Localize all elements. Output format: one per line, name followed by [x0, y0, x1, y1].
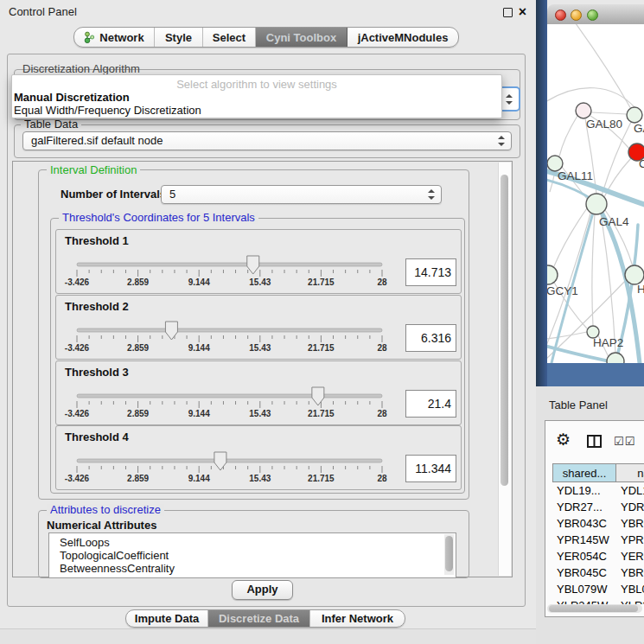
threshold-value-box[interactable]: 14.713	[405, 258, 456, 286]
table-row[interactable]: YDR27...YDR2	[552, 499, 644, 515]
cell-name[interactable]: YBR0	[616, 515, 644, 532]
tab-network[interactable]: Network	[74, 28, 155, 47]
cell-name[interactable]: YPR1	[616, 532, 644, 548]
network-window-titlebar[interactable]	[547, 4, 644, 25]
close-icon[interactable]: ×	[519, 7, 526, 17]
table-horizontal-scrollbar[interactable]	[547, 604, 642, 613]
table-row[interactable]: YBR045CYBR0	[552, 564, 644, 581]
window-bottom-strip	[0, 628, 536, 644]
table-row[interactable]: YPR145WYPR1	[552, 532, 644, 548]
svg-text:15.43: 15.43	[249, 343, 271, 353]
attributes-scrollbar[interactable]	[444, 534, 454, 575]
cell-shared-name[interactable]: YER054C	[552, 548, 616, 564]
column-header-shared-name[interactable]: shared...	[552, 463, 616, 482]
node-gal80[interactable]	[576, 103, 591, 118]
table-data-combo-value: galFiltered.sif default node	[31, 134, 163, 147]
node-top-right[interactable]	[627, 107, 642, 123]
attribute-list-item[interactable]: BetweennessCentrality	[49, 562, 456, 575]
svg-text:-3.426: -3.426	[65, 409, 90, 418]
table-row[interactable]: YBL079WYBL0	[552, 581, 644, 597]
cell-shared-name[interactable]: YDR27...	[552, 499, 616, 515]
zoom-traffic-light[interactable]	[587, 10, 598, 21]
control-panel-tabbar: Network Style Select Cyni Toolbox jActiv…	[73, 27, 459, 48]
select-columns-icon[interactable]: ☑☑	[614, 435, 635, 448]
attributes-scrollbar-thumb[interactable]	[445, 536, 453, 571]
cell-shared-name[interactable]: YBL079W	[552, 581, 616, 597]
threshold-slider[interactable]: -3.4262.8599.14415.4321.71528	[70, 255, 392, 290]
table-data-combo[interactable]: galFiltered.sif default node	[22, 131, 512, 150]
node-gcy1[interactable]	[547, 265, 558, 284]
threshold-slider-thumb[interactable]	[214, 452, 226, 470]
threshold-slider-thumb[interactable]	[165, 322, 177, 340]
attribute-list-item[interactable]: TopologicalCoefficient	[49, 549, 456, 562]
svg-text:2.859: 2.859	[127, 343, 149, 353]
threshold-slider[interactable]: -3.4262.8599.14415.4321.71528	[70, 321, 392, 355]
close-traffic-light[interactable]	[555, 10, 566, 21]
node-label: GCY1	[547, 284, 578, 297]
table-row[interactable]: YBR043CYBR0	[552, 515, 644, 532]
svg-text:28: 28	[377, 343, 387, 353]
table-row[interactable]: YLR345WYLR3	[552, 597, 644, 604]
split-columns-icon[interactable]	[587, 435, 602, 448]
table-row[interactable]: YDL19...YDL1	[552, 482, 644, 499]
tab-style[interactable]: Style	[155, 28, 203, 47]
table-rows: YDL19...YDL1YDR27...YDR2YBR043CYBR0YPR14…	[552, 482, 644, 604]
minimize-traffic-light[interactable]	[571, 10, 582, 21]
column-header-name[interactable]: name	[616, 463, 644, 482]
threshold-slider[interactable]: -3.4262.8599.14415.4321.71528	[70, 451, 392, 486]
float-window-icon[interactable]	[503, 8, 513, 17]
cell-shared-name[interactable]: YLR345W	[552, 597, 616, 604]
threshold-value-box[interactable]: 11.344	[405, 455, 456, 482]
attributes-group-title: Attributes to discretize	[47, 504, 164, 516]
numerical-attributes-list[interactable]: SelfLoopsTopologicalCoefficientBetweenne…	[48, 532, 456, 578]
cell-name[interactable]: YBR0	[616, 564, 644, 581]
cell-name[interactable]: YLR3	[616, 597, 644, 604]
popup-item-equal-width[interactable]: Equal Width/Frequency Discretization	[14, 104, 201, 117]
tab-select[interactable]: Select	[203, 28, 256, 47]
threshold-panel: Threshold 1 -3.4262.8599.14415.4321.7152…	[55, 229, 462, 294]
threshold-value-box[interactable]: 6.316	[405, 324, 456, 352]
network-graph: GAL80GACGAL11GAL4GCY1HHAP2	[547, 24, 644, 363]
cell-name[interactable]: YDR2	[616, 499, 644, 515]
cell-name[interactable]: YBL0	[616, 581, 644, 597]
threshold-slider-thumb[interactable]	[247, 256, 259, 274]
cell-shared-name[interactable]: YBR045C	[552, 564, 616, 581]
node-bottom[interactable]	[607, 353, 624, 363]
svg-text:-3.426: -3.426	[65, 277, 90, 287]
svg-text:21.715: 21.715	[308, 343, 335, 353]
threshold-value-box[interactable]: 21.4	[405, 390, 456, 418]
tab-infer-network[interactable]: Infer Network	[310, 610, 405, 627]
network-window-frame	[536, 0, 547, 386]
tab-cyni-toolbox[interactable]: Cyni Toolbox	[256, 28, 348, 47]
cell-shared-name[interactable]: YPR145W	[552, 532, 616, 548]
tab-jactivemnodules[interactable]: jActiveMNodules	[348, 28, 458, 47]
tab-impute-data[interactable]: Impute Data	[126, 610, 208, 627]
threshold-label: Threshold 1	[65, 234, 129, 247]
node-label: C	[639, 157, 644, 170]
cell-shared-name[interactable]: YBR043C	[552, 515, 616, 532]
algorithm-dropdown-popup: Select algorithm to view settings Manual…	[11, 74, 502, 118]
table-horizontal-scrollbar-thumb[interactable]	[549, 605, 638, 612]
svg-text:2.859: 2.859	[127, 277, 149, 287]
apply-button[interactable]: Apply	[232, 580, 293, 600]
interval-definition-title: Interval Definition	[47, 164, 140, 176]
tab-discretize-data[interactable]: Discretize Data	[208, 610, 310, 627]
attr-items-holder: SelfLoopsTopologicalCoefficientBetweenne…	[49, 533, 456, 575]
node-h[interactable]	[625, 265, 644, 284]
cell-name[interactable]: YER0	[616, 548, 644, 564]
network-view-canvas[interactable]: GAL80GACGAL11GAL4GCY1HHAP2	[547, 24, 644, 363]
threshold-slider[interactable]: -3.4262.8599.14415.4321.71528	[70, 386, 392, 421]
vertical-scrollbar[interactable]	[498, 163, 511, 576]
cell-name[interactable]: YDL1	[616, 482, 644, 499]
cell-shared-name[interactable]: YDL19...	[552, 482, 616, 499]
vertical-scrollbar-thumb[interactable]	[501, 175, 508, 486]
node-label: HAP2	[593, 336, 623, 349]
gear-icon[interactable]: ⚙	[556, 431, 571, 448]
popup-item-manual-discretization[interactable]: Manual Discretization	[14, 91, 130, 104]
attribute-list-item[interactable]: SelfLoops	[49, 536, 456, 549]
node-gal4[interactable]	[586, 194, 607, 214]
algorithm-group-title: Discretization Algorithm	[22, 62, 140, 75]
threshold-slider-thumb[interactable]	[312, 387, 324, 405]
number-of-intervals-combo[interactable]: 5	[161, 185, 442, 204]
table-row[interactable]: YER054CYER0	[552, 548, 644, 564]
